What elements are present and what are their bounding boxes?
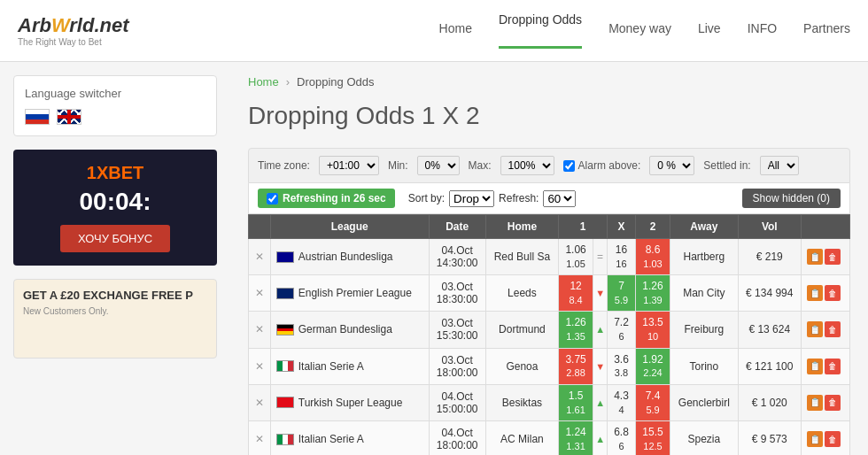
row-home: Besiktas bbox=[485, 384, 558, 420]
icon-delete[interactable]: 🗑 bbox=[825, 321, 841, 337]
row-league: Turkish Super League bbox=[270, 384, 429, 420]
row-vol: € 9 573 bbox=[738, 420, 801, 455]
icon-delete[interactable]: 🗑 bbox=[825, 285, 841, 301]
row-date: 03.Oct 18:00:00 bbox=[429, 348, 485, 384]
row-remove[interactable]: ✕ bbox=[249, 239, 271, 275]
settled-select[interactable]: All bbox=[760, 156, 799, 175]
row-actions: 📋 🗑 bbox=[802, 239, 850, 275]
nav-money-way[interactable]: Money way bbox=[608, 21, 671, 40]
ad-brand: 1XBET bbox=[87, 163, 143, 183]
icon-delete[interactable]: 🗑 bbox=[825, 431, 841, 447]
table-row: ✕ Turkish Super League 04.Oct 15:00:00 B… bbox=[249, 384, 850, 420]
th-home: Home bbox=[485, 215, 558, 239]
th-x: X bbox=[608, 215, 636, 239]
nav-partners[interactable]: Partners bbox=[803, 21, 850, 40]
nav-live[interactable]: Live bbox=[698, 21, 721, 40]
flag-ru[interactable] bbox=[25, 109, 50, 125]
row-remove[interactable]: ✕ bbox=[249, 348, 271, 384]
row-vol: € 1 020 bbox=[738, 384, 801, 420]
row-home: AC Milan bbox=[485, 420, 558, 455]
breadcrumb: Home › Dropping Odds bbox=[248, 75, 850, 89]
row-remove[interactable]: ✕ bbox=[249, 420, 271, 455]
table-row: ✕ Austrian Bundesliga 04.Oct 14:30:00 Re… bbox=[249, 239, 850, 275]
ad-exchange-title: GET A £20 EXCHANGE FREE P bbox=[23, 289, 207, 302]
row-away: Man City bbox=[670, 275, 738, 312]
row-remove[interactable]: ✕ bbox=[249, 312, 271, 348]
nav-info[interactable]: INFO bbox=[748, 21, 777, 40]
max-select[interactable]: 100% bbox=[500, 156, 554, 175]
row-oddx: 7.2 6 bbox=[608, 312, 636, 348]
icon-bookmark[interactable]: 📋 bbox=[807, 395, 823, 411]
th-icons bbox=[802, 215, 850, 239]
icon-delete[interactable]: 🗑 bbox=[825, 359, 841, 374]
row-oddx: 4.3 4 bbox=[608, 384, 636, 420]
row-date: 03.Oct 18:30:00 bbox=[429, 275, 485, 312]
row-league: English Premier League bbox=[270, 275, 429, 312]
row-date: 03.Oct 15:30:00 bbox=[429, 312, 485, 348]
row-oddx: 6.8 6 bbox=[608, 420, 636, 455]
min-select[interactable]: 0% bbox=[417, 156, 460, 175]
nav-home[interactable]: Home bbox=[439, 21, 472, 40]
row-oddx: 3.6 3.8 bbox=[608, 348, 636, 384]
row-away: Torino bbox=[670, 348, 738, 384]
row-league: Austrian Bundesliga bbox=[270, 239, 429, 275]
page-layout: Language switcher 1XBET 00:04: ХОЧУ БОНУ… bbox=[0, 62, 868, 455]
row-odd2: 7.4 5.9 bbox=[635, 384, 670, 420]
alarm-checkbox[interactable] bbox=[563, 160, 575, 172]
row-league: German Bundesliga bbox=[270, 312, 429, 348]
th-actions bbox=[249, 215, 271, 239]
icon-bookmark[interactable]: 📋 bbox=[807, 321, 823, 337]
alarm-label: Alarm above: bbox=[578, 159, 641, 172]
ad-1xbet: 1XBET 00:04: ХОЧУ БОНУС bbox=[13, 150, 217, 266]
row-date: 04.Oct 18:00:00 bbox=[429, 420, 485, 455]
refresh-interval-select[interactable]: 60 bbox=[543, 190, 576, 207]
icon-bookmark[interactable]: 📋 bbox=[807, 359, 823, 374]
header: ArbWrld.net The Right Way to Bet Home Dr… bbox=[0, 0, 868, 62]
refresh-checkbox[interactable] bbox=[267, 193, 278, 204]
row-away: Spezia bbox=[670, 420, 738, 455]
timezone-label: Time zone: bbox=[258, 159, 310, 172]
row-vol: € 219 bbox=[738, 239, 801, 275]
settled-label: Settled in: bbox=[703, 159, 750, 172]
alarm-select[interactable]: 0 % bbox=[649, 156, 694, 175]
row-actions: 📋 🗑 bbox=[802, 384, 850, 420]
row-home: Red Bull Sa bbox=[485, 239, 558, 275]
row-odd1: 3.75 2.88 bbox=[559, 348, 593, 384]
row-away: Hartberg bbox=[670, 239, 738, 275]
row-odd1: 1.5 1.61 bbox=[559, 384, 593, 420]
nav-dropping-odds[interactable]: Dropping Odds bbox=[499, 12, 582, 49]
table-row: ✕ Italian Serie A 04.Oct 18:00:00 AC Mil… bbox=[249, 420, 850, 455]
breadcrumb-home[interactable]: Home bbox=[248, 75, 279, 89]
row-odd1: 1.26 1.35 bbox=[559, 312, 593, 348]
sort-group: Sort by: Drop Refresh: 60 bbox=[408, 190, 577, 207]
ad-timer: 00:04: bbox=[80, 188, 151, 216]
row-odd2: 1.26 1.39 bbox=[635, 275, 670, 312]
icon-bookmark[interactable]: 📋 bbox=[807, 249, 823, 265]
table-row: ✕ Italian Serie A 03.Oct 18:00:00 Genoa … bbox=[249, 348, 850, 384]
show-hidden-button[interactable]: Show hidden (0) bbox=[742, 189, 841, 208]
flag-gb[interactable] bbox=[57, 109, 81, 125]
icon-bookmark[interactable]: 📋 bbox=[807, 285, 823, 301]
th-date: Date bbox=[429, 215, 485, 239]
th-away: Away bbox=[670, 215, 738, 239]
th-2: 2 bbox=[635, 215, 670, 239]
icon-delete[interactable]: 🗑 bbox=[825, 249, 841, 265]
row-odd1: 1.24 1.31 bbox=[559, 420, 593, 455]
icon-delete[interactable]: 🗑 bbox=[825, 395, 841, 411]
logo-text: ArbWrld.net bbox=[18, 14, 129, 37]
row-remove[interactable]: ✕ bbox=[249, 275, 271, 312]
ad-bonus-button[interactable]: ХОЧУ БОНУС bbox=[60, 225, 170, 252]
row-home: Dortmund bbox=[485, 312, 558, 348]
sort-select[interactable]: Drop bbox=[449, 190, 494, 207]
filter-controls: Time zone: +01:00 Min: 0% Max: 100% Alar… bbox=[248, 148, 850, 183]
icon-bookmark[interactable]: 📋 bbox=[807, 431, 823, 447]
timezone-select[interactable]: +01:00 bbox=[319, 156, 379, 175]
sort-label: Sort by: bbox=[408, 192, 445, 204]
row-odd2: 15.5 12.5 bbox=[635, 420, 670, 455]
row-vol: € 134 994 bbox=[738, 275, 801, 312]
main-nav: Home Dropping Odds Money way Live INFO P… bbox=[439, 12, 850, 49]
sidebar: Language switcher 1XBET 00:04: ХОЧУ БОНУ… bbox=[0, 62, 230, 455]
row-oddx: 7 5.9 bbox=[608, 275, 636, 312]
main-content: Home › Dropping Odds Dropping Odds 1 X 2… bbox=[230, 62, 868, 455]
row-remove[interactable]: ✕ bbox=[249, 384, 271, 420]
